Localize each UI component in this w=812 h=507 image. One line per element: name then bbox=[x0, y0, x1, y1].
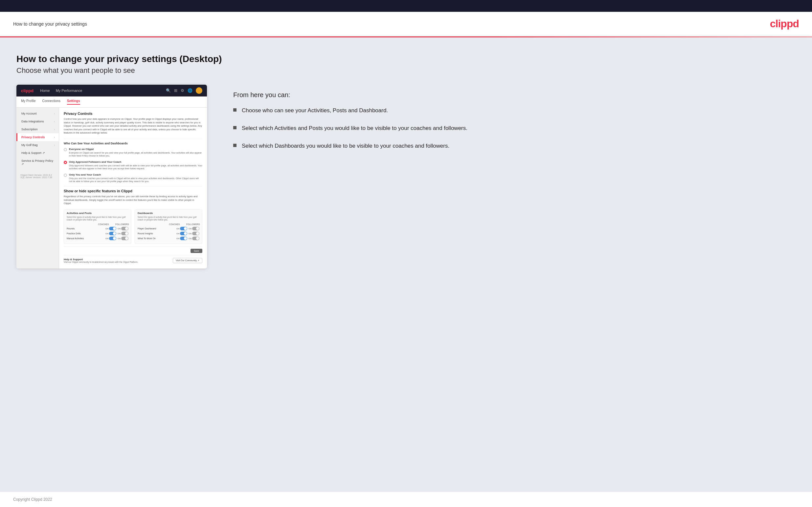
rounds-coach-toggle[interactable]: ON bbox=[105, 227, 116, 230]
round-follower-toggle[interactable]: ON bbox=[189, 232, 199, 235]
from-here-text: From here you can: bbox=[233, 91, 796, 99]
rounds-label: Rounds bbox=[67, 227, 105, 230]
dashboards-header-row: COACHES FOLLOWERS bbox=[138, 223, 199, 225]
top-bar bbox=[0, 0, 812, 12]
app-main-content: Privacy Controls Control how you and you… bbox=[59, 108, 207, 269]
header: How to change your privacy settings clip… bbox=[0, 12, 812, 37]
sidebar-item-data-integrations[interactable]: Data Integrations › bbox=[16, 117, 59, 125]
round-coach-toggle[interactable]: ON bbox=[176, 232, 187, 235]
round-insights-label: Round Insights bbox=[138, 232, 176, 235]
nav-my-performance[interactable]: My Performance bbox=[56, 89, 83, 93]
round-coach-switch[interactable] bbox=[180, 232, 187, 235]
coaches-col-label: COACHES bbox=[97, 223, 110, 225]
save-row: Save bbox=[64, 246, 202, 253]
practice-follower-switch[interactable] bbox=[121, 232, 129, 235]
player-coach-toggle[interactable]: ON bbox=[176, 227, 187, 230]
player-follower-switch[interactable] bbox=[192, 227, 199, 230]
sidebar-item-help-support[interactable]: Help & Support ↗ bbox=[16, 149, 59, 157]
app-nav-right: 🔍 ⊞ ⚙ 🌐 bbox=[166, 87, 202, 94]
radio-option-followers[interactable]: Only Approved Followers and Your Coach O… bbox=[64, 161, 202, 170]
radio-circle-only-you[interactable] bbox=[64, 174, 67, 177]
avatar bbox=[196, 87, 202, 94]
dashboards-card-title: Dashboards bbox=[138, 212, 199, 215]
dashboards-coaches-col: COACHES bbox=[168, 223, 181, 225]
activities-card: Activities and Posts Select the types of… bbox=[64, 209, 132, 244]
practice-coach-switch[interactable] bbox=[109, 232, 116, 235]
radio-option-only-you[interactable]: Only You and Your Coach Only you and the… bbox=[64, 173, 202, 183]
app-sidebar: My Account › Data Integrations › Subscri… bbox=[16, 108, 59, 269]
clippd-logo: clippd bbox=[770, 18, 799, 30]
content-row: clippd Home My Performance 🔍 ⊞ ⚙ 🌐 My Pr… bbox=[16, 84, 796, 269]
radio-circle-everyone[interactable] bbox=[64, 148, 67, 151]
page-heading: How to change your privacy settings (Des… bbox=[16, 54, 796, 64]
radio-label-everyone: Everyone on Clippd bbox=[69, 148, 202, 151]
bullet-list: Choose who can see your Activities, Post… bbox=[233, 107, 796, 150]
work-follower-toggle[interactable]: ON bbox=[189, 237, 199, 240]
tab-my-profile[interactable]: My Profile bbox=[21, 99, 36, 105]
player-dashboard-toggle-pair: ON ON bbox=[176, 227, 199, 230]
chevron-icon: › bbox=[54, 136, 55, 139]
player-coach-switch[interactable] bbox=[180, 227, 187, 230]
chevron-icon: › bbox=[54, 144, 55, 147]
round-insights-toggle-pair: ON ON bbox=[176, 232, 199, 235]
search-icon[interactable]: 🔍 bbox=[166, 88, 171, 93]
bullet-text-1: Choose who can see your Activities, Post… bbox=[242, 107, 388, 115]
radio-label-only-you: Only You and Your Coach bbox=[69, 173, 202, 176]
globe-icon[interactable]: 🌐 bbox=[188, 88, 193, 93]
app-body: My Account › Data Integrations › Subscri… bbox=[16, 108, 207, 269]
app-subnav: My Profile Connections Settings bbox=[16, 97, 207, 108]
toggle-section: Show or hide specific features in Clippd… bbox=[64, 186, 202, 253]
practice-drills-label: Practice Drills bbox=[67, 232, 105, 235]
rounds-coach-switch[interactable] bbox=[109, 227, 116, 230]
visit-community-button[interactable]: Visit Our Community ↗ bbox=[173, 258, 202, 263]
radio-desc-everyone: Everyone on Clippd can search for you an… bbox=[69, 151, 202, 157]
nav-home[interactable]: Home bbox=[40, 89, 50, 93]
work-follower-switch[interactable] bbox=[192, 237, 199, 240]
radio-circle-followers[interactable] bbox=[64, 161, 67, 164]
round-follower-switch[interactable] bbox=[192, 232, 199, 235]
settings-icon[interactable]: ⚙ bbox=[181, 88, 184, 93]
bullet-square-3 bbox=[233, 144, 237, 147]
bullet-text-2: Select which Activities and Posts you wo… bbox=[242, 124, 467, 132]
who-can-see-title: Who Can See Your Activities and Dashboar… bbox=[64, 139, 202, 145]
radio-option-everyone[interactable]: Everyone on Clippd Everyone on Clippd ca… bbox=[64, 148, 202, 157]
manual-follower-switch[interactable] bbox=[121, 237, 129, 240]
followers-col-label: FOLLOWERS bbox=[115, 223, 129, 225]
save-button[interactable]: Save bbox=[191, 249, 202, 253]
sidebar-version: Clippd Client Version: 2022.8.2SQL Serve… bbox=[16, 171, 59, 181]
practice-follower-toggle[interactable]: ON bbox=[117, 232, 129, 235]
chevron-icon: › bbox=[54, 120, 55, 123]
grid-icon[interactable]: ⊞ bbox=[174, 88, 177, 93]
toggle-grid: Activities and Posts Select the types of… bbox=[64, 209, 202, 244]
rounds-follower-switch[interactable] bbox=[121, 227, 129, 230]
sidebar-item-service-privacy[interactable]: Service & Privacy Policy ↗ bbox=[16, 157, 59, 168]
toggle-section-desc: Regardless of the privacy controls that … bbox=[64, 195, 202, 206]
rounds-row: Rounds ON ON bbox=[67, 227, 129, 230]
work-coach-toggle[interactable]: ON bbox=[176, 237, 187, 240]
sidebar-item-subscription[interactable]: Subscription › bbox=[16, 125, 59, 133]
tab-connections[interactable]: Connections bbox=[42, 99, 60, 105]
rounds-follower-toggle[interactable]: ON bbox=[117, 227, 129, 230]
help-title: Help & Support bbox=[64, 258, 138, 261]
manual-follower-toggle[interactable]: ON bbox=[117, 237, 129, 240]
sidebar-item-my-golf-bag[interactable]: My Golf Bag › bbox=[16, 141, 59, 149]
rounds-toggle-pair: ON ON bbox=[105, 227, 129, 230]
manual-coach-switch[interactable] bbox=[109, 237, 116, 240]
sidebar-item-privacy-controls[interactable]: Privacy Controls › bbox=[16, 133, 59, 141]
toggle-section-title: Show or hide specific features in Clippd bbox=[64, 189, 202, 193]
player-follower-toggle[interactable]: ON bbox=[189, 227, 199, 230]
bullet-text-3: Select which Dashboards you would like t… bbox=[242, 142, 449, 150]
radio-desc-only-you: Only you and the coaches you connect wit… bbox=[69, 177, 202, 183]
activities-header-row: COACHES FOLLOWERS bbox=[67, 223, 129, 225]
tab-settings[interactable]: Settings bbox=[67, 99, 80, 105]
practice-coach-toggle[interactable]: ON bbox=[105, 232, 116, 235]
what-to-work-on-row: What To Work On ON ON bbox=[138, 237, 199, 240]
screenshot-panel: clippd Home My Performance 🔍 ⊞ ⚙ 🌐 My Pr… bbox=[16, 84, 207, 269]
main-content: How to change your privacy settings (Des… bbox=[0, 38, 812, 492]
manual-coach-toggle[interactable]: ON bbox=[105, 237, 116, 240]
dashboards-card-desc: Select the types of activity that you'd … bbox=[138, 216, 199, 222]
app-logo-inner: clippd bbox=[21, 88, 34, 93]
radio-desc-followers: Only approved followers and coaches you … bbox=[69, 164, 202, 170]
work-coach-switch[interactable] bbox=[180, 237, 187, 240]
sidebar-item-my-account[interactable]: My Account › bbox=[16, 110, 59, 117]
